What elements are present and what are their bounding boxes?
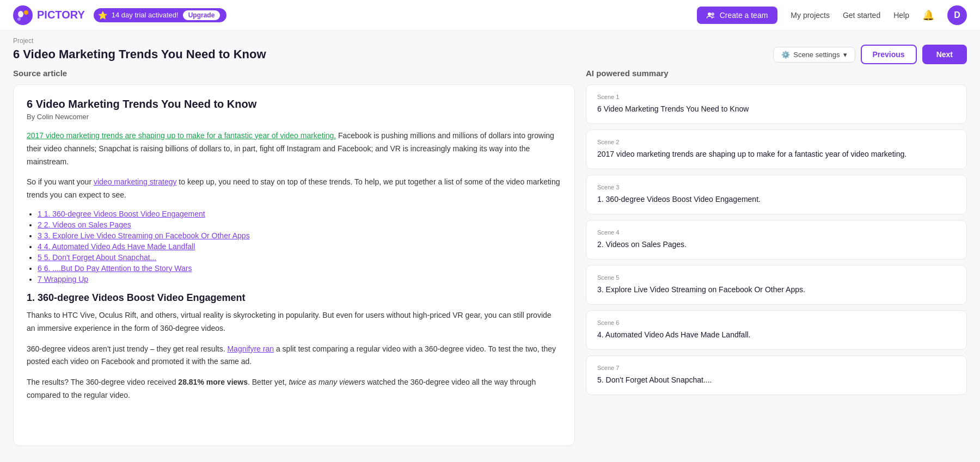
- list-link-4[interactable]: 4 4. Automated Video Ads Have Made Landf…: [38, 242, 195, 251]
- next-button[interactable]: Next: [922, 45, 967, 64]
- scene-card-4[interactable]: Scene 4 2. Videos on Sales Pages.: [586, 220, 967, 260]
- article-paragraph-2: So if you want your video marketing stra…: [27, 176, 561, 202]
- source-article-label: Source article: [13, 69, 575, 78]
- project-title: 6 Video Marketing Trends You Need to Kno…: [13, 47, 266, 61]
- scene-card-3[interactable]: Scene 3 1. 360-degree Videos Boost Video…: [586, 175, 967, 214]
- list-item: 1 1. 360-degree Videos Boost Video Engag…: [38, 210, 561, 218]
- svg-point-1: [18, 11, 23, 17]
- list-item: 7 Wrapping Up: [38, 275, 561, 284]
- help-link[interactable]: Help: [893, 11, 909, 20]
- article-paragraph-1: 2017 video marketing trends are shaping …: [27, 130, 561, 168]
- scene-number-5: Scene 5: [597, 274, 955, 281]
- list-item: 3 3. Explore Live Video Streaming on Fac…: [38, 231, 561, 240]
- chevron-down-icon: ▾: [843, 51, 847, 59]
- svg-point-3: [17, 17, 21, 21]
- trial-badge: ⭐ 14 day trial activated! Upgrade: [94, 8, 227, 22]
- page-header: Project 6 Video Marketing Trends You Nee…: [0, 30, 980, 69]
- article-body: 2017 video marketing trends are shaping …: [27, 130, 561, 402]
- scene-number-2: Scene 2: [597, 139, 955, 145]
- section1-paragraph-1: Thanks to HTC Vive, Oculus Rift, and oth…: [27, 309, 561, 335]
- header: PICTORY ⭐ 14 day trial activated! Upgrad…: [0, 0, 980, 30]
- scene-text-5: 3. Explore Live Video Streaming on Faceb…: [597, 284, 955, 295]
- team-icon: [707, 11, 715, 20]
- list-link-3[interactable]: 3 3. Explore Live Video Streaming on Fac…: [38, 231, 250, 240]
- header-left: PICTORY ⭐ 14 day trial activated! Upgrad…: [13, 5, 226, 25]
- svg-point-2: [24, 10, 28, 15]
- list-item: 2 2. Videos on Sales Pages: [38, 220, 561, 229]
- trial-text: 14 day trial activated!: [112, 11, 179, 19]
- scene-text-7: 5. Don't Forget About Snapchat....: [597, 374, 955, 386]
- list-link-6[interactable]: 6 6. ....But Do Pay Attention to the Sto…: [38, 264, 192, 273]
- scene-number-3: Scene 3: [597, 184, 955, 190]
- scene-card-2[interactable]: Scene 2 2017 video marketing trends are …: [586, 130, 967, 169]
- article-title: 6 Video Marketing Trends You Need to Kno…: [27, 98, 561, 110]
- list-item: 4 4. Automated Video Ads Have Made Landf…: [38, 242, 561, 251]
- svg-point-4: [708, 13, 711, 16]
- article-byline: By Colin Newcomer: [27, 113, 561, 121]
- star-icon: ⭐: [98, 11, 107, 20]
- list-link-1[interactable]: 1 1. 360-degree Videos Boost Video Engag…: [38, 210, 205, 218]
- settings-gear-icon: ⚙️: [781, 51, 790, 59]
- highlight-text: 2017 video marketing trends are shaping …: [27, 131, 336, 140]
- scene-text-6: 4. Automated Video Ads Have Made Landfal…: [597, 329, 955, 341]
- scene-text-4: 2. Videos on Sales Pages.: [597, 239, 955, 250]
- scene-number-1: Scene 1: [597, 94, 955, 100]
- scene-number-6: Scene 6: [597, 319, 955, 326]
- header-nav: Create a team My projects Get started He…: [697, 5, 967, 25]
- scene-card-6[interactable]: Scene 6 4. Automated Video Ads Have Made…: [586, 310, 967, 350]
- svg-point-5: [711, 13, 714, 16]
- video-marketing-strategy-link[interactable]: video marketing strategy: [94, 177, 177, 186]
- list-link-7[interactable]: 7 Wrapping Up: [38, 275, 88, 284]
- scene-card-7[interactable]: Scene 7 5. Don't Forget About Snapchat..…: [586, 355, 967, 395]
- scenes-list: Scene 1 6 Video Marketing Trends You Nee…: [586, 84, 967, 446]
- my-projects-link[interactable]: My projects: [791, 11, 830, 20]
- section1-heading: 1. 360-degree Videos Boost Video Engagem…: [27, 292, 561, 304]
- list-link-2[interactable]: 2 2. Videos on Sales Pages: [38, 220, 131, 229]
- scene-number-7: Scene 7: [597, 365, 955, 371]
- logo[interactable]: PICTORY: [13, 5, 85, 25]
- scene-text-3: 1. 360-degree Videos Boost Video Engagem…: [597, 194, 955, 205]
- article-list: 1 1. 360-degree Videos Boost Video Engag…: [38, 210, 561, 284]
- article-card: 6 Video Marketing Trends You Need to Kno…: [13, 84, 575, 446]
- upgrade-button[interactable]: Upgrade: [183, 10, 220, 20]
- left-panel: Source article 6 Video Marketing Trends …: [13, 69, 586, 452]
- magnifyre-link[interactable]: Magnifyre ran: [227, 344, 274, 353]
- scene-number-4: Scene 4: [597, 229, 955, 236]
- right-panel: AI powered summary Scene 1 6 Video Marke…: [586, 69, 967, 452]
- list-link-5[interactable]: 5 5. Don't Forget About Snapchat...: [38, 253, 156, 262]
- list-item: 5 5. Don't Forget About Snapchat...: [38, 253, 561, 262]
- notification-bell-icon[interactable]: 🔔: [922, 9, 934, 21]
- main-content: Source article 6 Video Marketing Trends …: [0, 69, 980, 462]
- create-team-button[interactable]: Create a team: [697, 7, 778, 24]
- project-title-row: 6 Video Marketing Trends You Need to Kno…: [13, 45, 967, 64]
- title-actions: ⚙️ Scene settings ▾ Previous Next: [773, 45, 967, 64]
- section1-paragraph-2: 360-degree videos aren't just trendy – t…: [27, 343, 561, 369]
- list-item: 6 6. ....But Do Pay Attention to the Sto…: [38, 264, 561, 273]
- scene-text-1: 6 Video Marketing Trends You Need to Kno…: [597, 103, 955, 115]
- scene-card-1[interactable]: Scene 1 6 Video Marketing Trends You Nee…: [586, 84, 967, 124]
- previous-button[interactable]: Previous: [861, 45, 917, 64]
- avatar[interactable]: D: [947, 5, 967, 25]
- scene-card-5[interactable]: Scene 5 3. Explore Live Video Streaming …: [586, 265, 967, 305]
- get-started-link[interactable]: Get started: [843, 11, 880, 20]
- logo-icon: [13, 5, 33, 25]
- ai-summary-label: AI powered summary: [586, 69, 967, 78]
- scene-settings-button[interactable]: ⚙️ Scene settings ▾: [773, 47, 855, 63]
- project-label: Project: [13, 37, 967, 45]
- scene-text-2: 2017 video marketing trends are shaping …: [597, 149, 955, 160]
- section1-paragraph-3: The results? The 360-degree video receiv…: [27, 376, 561, 402]
